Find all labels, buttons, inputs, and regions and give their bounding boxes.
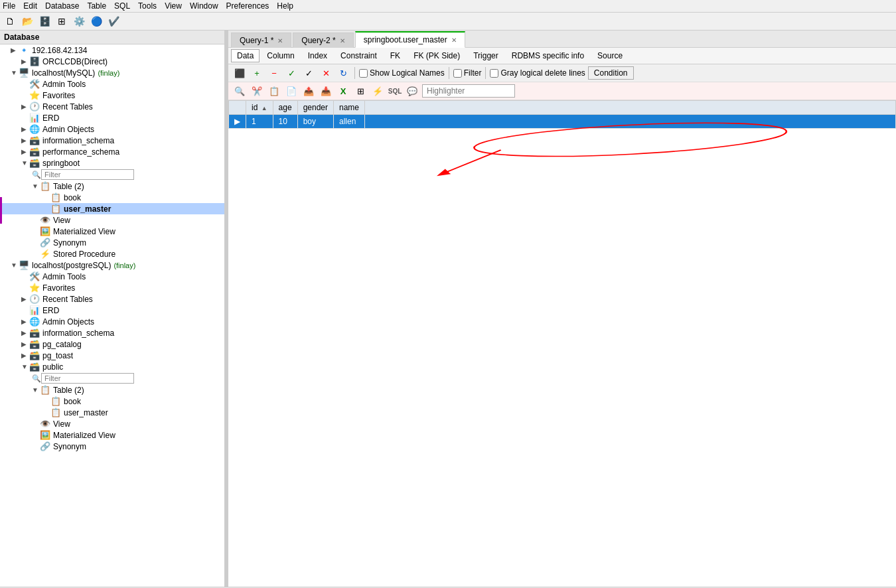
menu-file[interactable]: File [3, 1, 15, 11]
tab-query2[interactable]: Query-2 * ✕ [293, 33, 353, 48]
copy-icon[interactable]: 📋 [267, 84, 281, 98]
tree-item-24[interactable]: ▶🌐Admin Objects [0, 316, 224, 327]
subtab-constraint[interactable]: Constraint [335, 49, 383, 62]
col-id[interactable]: id ▲ [246, 101, 273, 115]
tree-item-14[interactable]: 📋user_master [0, 203, 224, 214]
condition-button[interactable]: Condition [588, 66, 634, 80]
toolbar-db-icon[interactable]: 🗄️ [37, 14, 52, 29]
tree-item-32[interactable]: 📋user_master [0, 407, 224, 418]
toolbar-circle-icon[interactable]: 🔵 [89, 14, 104, 29]
toolbar-move-icon[interactable]: ⬛ [232, 66, 247, 80]
lightning-icon[interactable]: ⚡ [370, 84, 385, 98]
show-logical-names-checkbox[interactable] [359, 69, 368, 78]
subtab-index[interactable]: Index [302, 49, 333, 62]
menu-table[interactable]: Table [87, 1, 106, 11]
export-icon[interactable]: 📤 [301, 84, 316, 98]
cell-name[interactable]: allen [334, 115, 365, 129]
menu-sql[interactable]: SQL [114, 1, 130, 11]
subtab-fk[interactable]: FK [384, 49, 406, 62]
tree-item-17[interactable]: 🔗Synonym [0, 237, 224, 248]
tree-item-3[interactable]: 🛠️Admin Tools [0, 78, 224, 90]
menu-tools[interactable]: Tools [138, 1, 157, 11]
tab-springboot[interactable]: springboot.user_master ✕ [355, 31, 465, 48]
tree-item-16[interactable]: 🖼️Materialized View [0, 226, 224, 237]
scissors-icon[interactable]: ✂️ [250, 84, 264, 98]
tree-item-4[interactable]: ⭐Favorites [0, 90, 224, 101]
tree-item-0[interactable]: ▶🔹192.168.42.134 [0, 44, 224, 56]
tree-item-1[interactable]: ▶🗄️ORCLCDB(Direct) [0, 56, 224, 67]
tree-item-21[interactable]: ⭐Favorites [0, 282, 224, 293]
tree-item-8[interactable]: ▶🗃️information_schema [0, 135, 224, 146]
menu-preferences[interactable]: Preferences [226, 1, 269, 11]
toolbar-check2-icon[interactable]: ✓ [301, 66, 316, 80]
grid-icon[interactable]: ⊞ [353, 84, 368, 98]
toolbar-refresh-icon[interactable]: ↻ [336, 66, 350, 80]
toolbar-save-icon[interactable]: ✓ [284, 66, 299, 80]
tree-item-9[interactable]: ▶🗃️performance_schema [0, 146, 224, 157]
tree-item-28[interactable]: ▼🗃️public [0, 361, 224, 372]
table-row[interactable]: ▶ 1 10 boy allen [229, 115, 896, 129]
menu-edit[interactable]: Edit [23, 1, 37, 11]
tree-item-7[interactable]: ▶🌐Admin Objects [0, 123, 224, 135]
subtab-column[interactable]: Column [261, 49, 300, 62]
menu-help[interactable]: Help [277, 1, 293, 11]
tree-item-25[interactable]: ▶🗃️information_schema [0, 327, 224, 338]
menu-database[interactable]: Database [45, 1, 79, 11]
filter-checkbox[interactable] [453, 69, 462, 78]
filter-icon[interactable]: 🔍 [232, 84, 247, 98]
toolbar-check-icon[interactable]: ✔️ [106, 14, 121, 29]
subtab-source[interactable]: Source [591, 49, 629, 62]
subtab-trigger[interactable]: Trigger [467, 49, 504, 62]
toolbar-delete-row-icon[interactable]: − [267, 66, 281, 80]
menu-view[interactable]: View [165, 1, 182, 11]
col-gender[interactable]: gender [297, 101, 333, 115]
tree-item-12[interactable]: ▼📋Table (2) [0, 181, 224, 192]
tree-item-15[interactable]: 👁️View [0, 214, 224, 226]
col-age[interactable]: age [273, 101, 297, 115]
import-icon[interactable]: 📥 [319, 84, 333, 98]
subtab-fk-pk[interactable]: FK (PK Side) [408, 49, 466, 62]
tree-item-35[interactable]: 🔗Synonym [0, 441, 224, 452]
tree-filter-input-29[interactable] [41, 373, 134, 384]
highlighter-input[interactable] [422, 84, 515, 98]
tree-item-31[interactable]: 📋book [0, 396, 224, 407]
toolbar-add-row-icon[interactable]: + [250, 66, 264, 80]
excel-icon[interactable]: X [336, 84, 350, 98]
tree-filter-input-11[interactable] [41, 169, 134, 180]
subtab-data[interactable]: Data [231, 49, 260, 62]
tree-item-13[interactable]: 📋book [0, 192, 224, 203]
tree-item-2[interactable]: ▼🖥️localhost(MySQL)(finlay) [0, 67, 224, 78]
tree-item-27[interactable]: ▶🗃️pg_toast [0, 350, 224, 361]
tree-item-10[interactable]: ▼🗃️springboot [0, 157, 224, 169]
subtab-rdbms[interactable]: RDBMS specific info [506, 49, 590, 62]
gray-logical-checkbox[interactable] [490, 69, 498, 78]
tree-item-23[interactable]: 📊ERD [0, 305, 224, 316]
tab-query1-close[interactable]: ✕ [277, 37, 283, 44]
cell-age[interactable]: 10 [273, 115, 297, 129]
paste-icon[interactable]: 📄 [284, 84, 299, 98]
cell-gender[interactable]: boy [297, 115, 333, 129]
tree-item-22[interactable]: ▶🕐Recent Tables [0, 293, 224, 305]
tree-item-20[interactable]: 🛠️Admin Tools [0, 271, 224, 282]
tree-item-26[interactable]: ▶🗃️pg_catalog [0, 338, 224, 350]
toolbar-open-icon[interactable]: 📂 [20, 14, 35, 29]
toolbar-cancel-icon[interactable]: ✕ [319, 66, 333, 80]
tree-item-34[interactable]: 🖼️Materialized View [0, 429, 224, 441]
comment-icon[interactable]: 💬 [405, 84, 419, 98]
tree-item-30[interactable]: ▼📋Table (2) [0, 384, 224, 396]
tab-query2-close[interactable]: ✕ [340, 37, 345, 44]
toolbar-new-icon[interactable]: 🗋 [3, 14, 17, 29]
sql-icon[interactable]: SQL [388, 84, 402, 98]
tree-item-5[interactable]: ▶🕐Recent Tables [0, 101, 224, 112]
tab-query1[interactable]: Query-1 * ✕ [231, 33, 291, 48]
toolbar-gear-icon[interactable]: ⚙️ [72, 14, 86, 29]
cell-id[interactable]: 1 [246, 115, 273, 129]
tree-item-18[interactable]: ⚡Stored Procedure [0, 248, 224, 259]
tab-springboot-close[interactable]: ✕ [451, 37, 457, 44]
menu-window[interactable]: Window [190, 1, 218, 11]
toolbar-grid-icon[interactable]: ⊞ [54, 14, 69, 29]
tree-item-33[interactable]: 👁️View [0, 418, 224, 429]
tree-item-6[interactable]: 📊ERD [0, 112, 224, 123]
col-name[interactable]: name [334, 101, 365, 115]
tree-item-19[interactable]: ▼🖥️localhost(postgreSQL)(finlay) [0, 259, 224, 271]
